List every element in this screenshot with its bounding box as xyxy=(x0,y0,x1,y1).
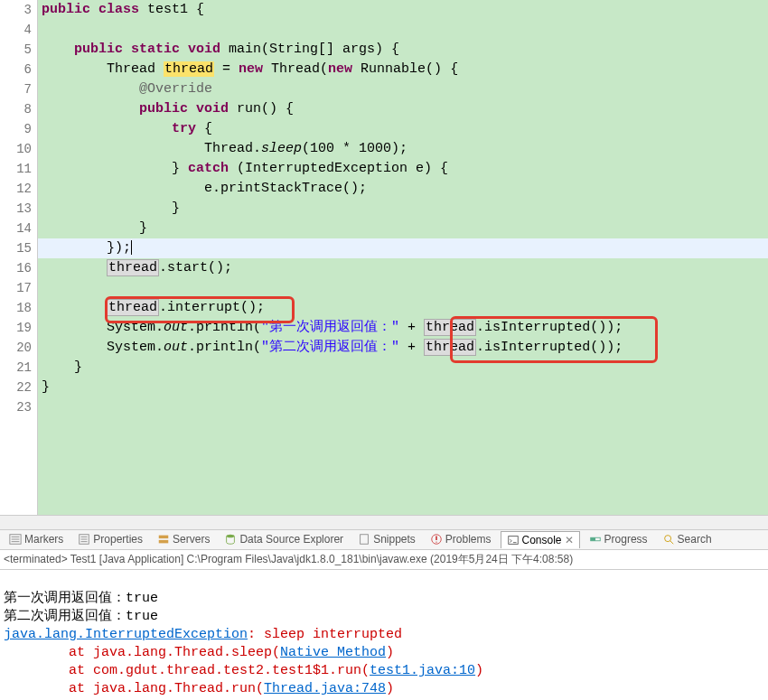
properties-icon xyxy=(78,533,90,546)
markers-icon xyxy=(9,533,22,546)
code-line xyxy=(38,278,768,298)
tab-markers[interactable]: Markers xyxy=(4,531,69,547)
code-line: System.out.println("第一次调用返回值：" + thread.… xyxy=(38,318,768,338)
code-area[interactable]: public class test1 { public static void … xyxy=(38,0,768,515)
code-line: System.out.println("第二次调用返回值：" + thread.… xyxy=(38,338,768,358)
tab-progress[interactable]: Progress xyxy=(584,531,653,547)
code-line: public class test1 { xyxy=(38,0,768,20)
code-line: public static void main(String[] args) { xyxy=(38,40,768,60)
console-line: 第二次调用返回值：true xyxy=(4,609,158,624)
code-line: Thread thread = new Thread(new Runnable(… xyxy=(38,60,768,79)
caret-icon xyxy=(131,240,132,255)
tab-console[interactable]: Console ✕ xyxy=(501,531,580,548)
code-line: } xyxy=(38,219,768,238)
code-line xyxy=(38,397,768,417)
line-gutter: 3 4 5 6 7 8 9 10 11 12 13 14 15 16 17 18… xyxy=(0,0,38,515)
horizontal-scrollbar[interactable] xyxy=(0,515,768,528)
exception-link[interactable]: java.lang.InterruptedException xyxy=(4,627,248,642)
code-line: }); xyxy=(38,238,768,258)
code-line: @Override xyxy=(38,79,768,99)
progress-icon xyxy=(589,533,602,546)
code-line: try { xyxy=(38,119,768,139)
console-icon xyxy=(507,534,520,546)
code-editor[interactable]: 3 4 5 6 7 8 9 10 11 12 13 14 15 16 17 18… xyxy=(0,0,768,515)
code-line: } xyxy=(38,358,768,378)
console-line: 第一次调用返回值：true xyxy=(4,591,158,606)
tab-data-source-explorer[interactable]: Data Source Explorer xyxy=(219,531,349,547)
code-line: e.printStackTrace(); xyxy=(38,179,768,199)
tab-snippets[interactable]: Snippets xyxy=(352,531,421,547)
snippets-icon xyxy=(358,533,370,546)
code-line: } xyxy=(38,199,768,219)
close-icon[interactable]: ✕ xyxy=(565,534,574,546)
code-line xyxy=(38,20,768,40)
tab-properties[interactable]: Properties xyxy=(72,531,148,547)
code-line: Thread.sleep(100 * 1000); xyxy=(38,139,768,159)
code-line: thread.interrupt(); xyxy=(38,298,768,318)
bottom-tabs: Markers Properties Servers Data Source E… xyxy=(0,529,768,550)
stack-link[interactable]: Native Method xyxy=(280,645,386,660)
database-icon xyxy=(224,533,237,546)
code-line: public void run() { xyxy=(38,99,768,119)
stack-link[interactable]: test1.java:10 xyxy=(370,663,475,678)
svg-rect-3 xyxy=(159,540,169,544)
tab-search[interactable]: Search xyxy=(657,531,717,547)
svg-rect-9 xyxy=(590,538,595,542)
problems-icon xyxy=(430,533,443,546)
stack-link[interactable]: Thread.java:748 xyxy=(264,681,386,696)
code-line: } catch (InterruptedException e) { xyxy=(38,159,768,179)
console-process-label: <terminated> Test1 [Java Application] C:… xyxy=(0,550,768,570)
console-output[interactable]: 第一次调用返回值：true 第二次调用返回值：true java.lang.In… xyxy=(0,570,768,700)
code-line: } xyxy=(38,378,768,397)
svg-rect-2 xyxy=(159,536,169,539)
svg-point-10 xyxy=(664,536,670,542)
search-icon xyxy=(662,533,675,546)
code-line: thread.start(); xyxy=(38,258,768,278)
svg-point-4 xyxy=(227,535,235,538)
tab-problems[interactable]: Problems xyxy=(425,531,497,547)
servers-icon xyxy=(157,533,170,546)
svg-rect-5 xyxy=(361,535,369,545)
tab-servers[interactable]: Servers xyxy=(152,531,215,547)
